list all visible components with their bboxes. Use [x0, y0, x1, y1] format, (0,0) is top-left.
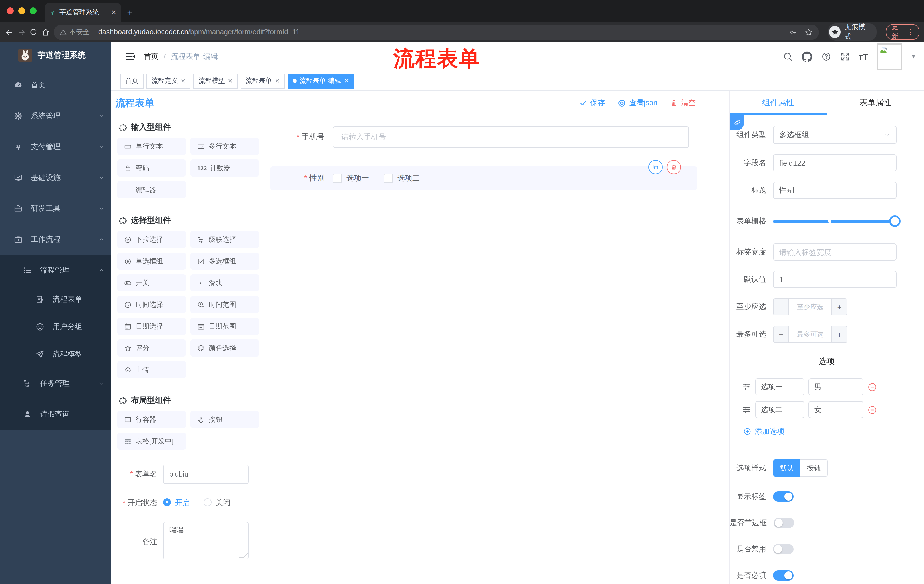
tag-close-icon[interactable]: ✕	[344, 78, 349, 84]
palette-item-dropdown[interactable]: 下拉选择	[117, 231, 186, 248]
show-label-toggle[interactable]	[773, 492, 794, 502]
sidebar-item-payment[interactable]: ¥ 支付管理	[0, 132, 112, 162]
new-tab-button[interactable]: +	[127, 5, 133, 22]
slider-thumb[interactable]	[889, 216, 901, 227]
palette-item-radio-group[interactable]: 单选框组	[117, 253, 186, 270]
palette-item-password[interactable]: 密码	[117, 160, 186, 176]
sidebar-item-process-form[interactable]: 流程表单	[0, 286, 112, 313]
tag-close-icon[interactable]: ✕	[228, 78, 233, 84]
style-default-button[interactable]: 默认	[773, 459, 800, 477]
save-button[interactable]: 保存	[579, 98, 605, 108]
minus-button[interactable]: −	[774, 299, 789, 315]
github-icon[interactable]	[801, 51, 812, 62]
tag-close-icon[interactable]: ✕	[275, 78, 280, 84]
plus-button[interactable]: +	[832, 299, 847, 315]
option-value-input[interactable]	[808, 401, 863, 418]
sidebar-item-leave-query[interactable]: 请假查询	[0, 399, 112, 430]
palette-item-checkbox-group[interactable]: 多选框组	[190, 253, 259, 270]
palette-item-time-range[interactable]: 时间范围	[190, 296, 259, 313]
palette-item-slider[interactable]: 滑块	[190, 274, 259, 291]
sidebar-item-user-group[interactable]: 用户分组	[0, 313, 112, 341]
avatar[interactable]	[876, 43, 902, 70]
forward-icon[interactable]	[17, 27, 26, 37]
palette-item-single-line-text[interactable]: 单行文本	[117, 138, 186, 155]
reload-icon[interactable]	[30, 28, 38, 36]
update-browser-button[interactable]: 更新 ⋮	[886, 24, 919, 40]
sidebar-item-infra[interactable]: 基础设施	[0, 162, 112, 193]
palette-item-date-range[interactable]: 日期范围	[190, 318, 259, 335]
breadcrumb-home[interactable]: 首页	[144, 51, 158, 62]
back-icon[interactable]	[5, 27, 13, 37]
palette-item-row-container[interactable]: 行容器	[117, 411, 186, 428]
disabled-toggle[interactable]	[773, 544, 794, 554]
label-width-input[interactable]	[773, 243, 896, 261]
delete-component-button[interactable]	[667, 160, 681, 174]
canvas-field-gender-selected[interactable]: 性别 选项一 选项二	[271, 166, 697, 190]
gender-checkbox-option1[interactable]: 选项一	[333, 173, 369, 183]
password-key-icon[interactable]	[789, 28, 798, 36]
sidebar-item-process-management[interactable]: 流程管理	[0, 255, 112, 286]
palette-item-date-picker[interactable]: 日期选择	[117, 318, 186, 335]
form-canvas[interactable]: 手机号 请输入手机号 性别 选项一	[265, 115, 729, 584]
tab-close-icon[interactable]: ✕	[111, 8, 117, 16]
tag-process-model[interactable]: 流程模型✕	[193, 73, 238, 88]
sidebar-item-system[interactable]: 系统管理	[0, 100, 112, 132]
tag-close-icon[interactable]: ✕	[181, 78, 186, 84]
remove-option-icon[interactable]	[867, 382, 877, 392]
drawer-link-handle[interactable]	[730, 115, 744, 130]
component-type-select[interactable]: 多选框组	[773, 126, 896, 144]
clear-button[interactable]: 清空	[670, 98, 696, 108]
font-size-icon[interactable]: тT	[858, 52, 868, 61]
minimize-window-button[interactable]	[18, 7, 25, 14]
palette-item-textarea[interactable]: 多行文本	[190, 138, 259, 155]
not-secure-badge[interactable]: 不安全	[59, 27, 90, 37]
sidebar-item-task-management[interactable]: 任务管理	[0, 368, 112, 399]
required-toggle[interactable]	[773, 570, 794, 581]
canvas-field-phone[interactable]: 手机号 请输入手机号	[279, 126, 689, 148]
close-window-button[interactable]	[7, 7, 14, 14]
tab-form-props[interactable]: 表单属性	[827, 91, 924, 114]
browser-menu-icon[interactable]: ⋮	[907, 28, 914, 36]
sidebar-item-workflow[interactable]: 工作流程	[0, 224, 112, 255]
sidebar-item-devtools[interactable]: 研发工具	[0, 193, 112, 224]
zoom-window-button[interactable]	[30, 7, 36, 14]
tag-process-form[interactable]: 流程表单✕	[241, 73, 285, 88]
sidebar-item-home[interactable]: 首页	[0, 70, 112, 100]
default-value-input[interactable]	[773, 271, 896, 288]
option-label-input[interactable]	[755, 401, 805, 418]
drag-handle-icon[interactable]	[742, 382, 751, 392]
hamburger-icon[interactable]	[124, 51, 135, 62]
minus-button[interactable]: −	[774, 326, 789, 342]
plus-button[interactable]: +	[832, 326, 847, 342]
palette-item-editor[interactable]: 编辑器	[117, 181, 186, 198]
palette-item-switch[interactable]: 开关	[117, 274, 186, 291]
field-name-input[interactable]	[773, 154, 896, 171]
tag-home[interactable]: 首页	[120, 73, 144, 88]
with-border-toggle[interactable]	[774, 518, 794, 528]
palette-item-counter[interactable]: 1̲2̲3̲计数器	[190, 160, 259, 176]
max-select-stepper[interactable]: −最多可选+	[773, 326, 847, 343]
tag-process-form-edit[interactable]: 流程表单-编辑✕	[288, 73, 354, 88]
view-json-button[interactable]: 查看json	[617, 98, 658, 108]
option-value-input[interactable]	[808, 378, 863, 395]
sidebar-item-process-model[interactable]: 流程模型	[0, 341, 112, 368]
form-grid-slider[interactable]	[773, 212, 896, 230]
palette-item-rate[interactable]: 评分	[117, 339, 186, 357]
gender-checkbox-option2[interactable]: 选项二	[384, 173, 420, 183]
palette-item-table[interactable]: 表格[开发中]	[117, 433, 186, 450]
tag-process-definition[interactable]: 流程定义✕	[146, 73, 191, 88]
remove-option-icon[interactable]	[867, 405, 877, 415]
tab-component-props[interactable]: 组件属性	[729, 91, 827, 114]
min-select-stepper[interactable]: −至少应选+	[773, 298, 847, 316]
palette-item-time-picker[interactable]: 时间选择	[117, 296, 186, 313]
palette-item-button[interactable]: 按钮	[190, 411, 259, 428]
url-bar[interactable]: 不安全 dashboard.yudao.iocoder.cn/bpm/manag…	[54, 24, 819, 40]
bookmark-star-icon[interactable]	[805, 28, 813, 36]
home-icon[interactable]	[41, 27, 50, 37]
status-radio-on[interactable]: 开启	[163, 498, 190, 508]
search-icon[interactable]	[782, 51, 793, 62]
option-label-input[interactable]	[755, 378, 805, 395]
palette-item-upload[interactable]: 上传	[117, 361, 186, 378]
drag-handle-icon[interactable]	[742, 405, 751, 414]
fullscreen-icon[interactable]	[840, 51, 850, 62]
